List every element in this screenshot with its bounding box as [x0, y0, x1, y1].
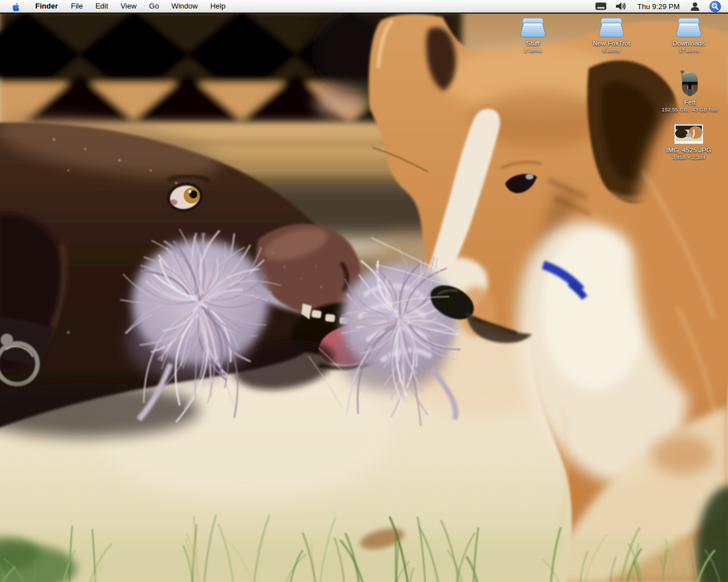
desktop-icon-stuff[interactable]: Stuff 2 items	[498, 15, 568, 53]
desktop-wallpaper	[0, 0, 728, 582]
icon-info: 17 items	[654, 47, 723, 53]
spotlight-icon	[709, 1, 721, 13]
boba-fett-helmet-icon	[655, 69, 725, 97]
menu-item-window[interactable]: Window	[165, 0, 204, 13]
icon-info: 2 items	[498, 47, 568, 53]
folder-icon	[577, 15, 646, 38]
icon-info: 3,456 × 2,304	[654, 154, 723, 160]
icon-info: 152.55 GB, .43 GB free	[655, 106, 725, 113]
icon-label: New FoxTrot	[577, 40, 646, 47]
volume-icon	[616, 1, 627, 11]
app-menu-finder[interactable]: Finder	[28, 0, 65, 13]
icon-info: 5 items	[577, 47, 646, 53]
menu-item-file[interactable]: File	[65, 0, 89, 13]
desktop: Finder File Edit View Go Window Help Thu…	[0, 0, 728, 582]
volume-menu-extra[interactable]	[611, 0, 632, 13]
desktop-icon-new-foxtrot[interactable]: New FoxTrot 5 items	[577, 15, 646, 53]
menu-item-go[interactable]: Go	[143, 0, 165, 13]
folder-icon	[654, 15, 723, 38]
photo-thumbnail-icon	[654, 122, 723, 144]
apple-logo-icon	[12, 2, 20, 11]
menu-item-help[interactable]: Help	[204, 0, 232, 13]
icon-label: IMG_4525.JPG	[654, 147, 723, 154]
displays-menu-extra[interactable]	[590, 0, 611, 13]
desktop-icon-img-4525[interactable]: IMG_4525.JPG 3,456 × 2,304	[654, 122, 723, 160]
folder-icon	[498, 15, 568, 38]
icon-label: Fett	[655, 99, 725, 106]
apple-menu[interactable]	[0, 0, 28, 13]
icon-label: Stuff	[498, 40, 568, 47]
desktop-icon-downloads[interactable]: Downloads 17 items	[654, 15, 723, 53]
spotlight-menu[interactable]	[705, 0, 728, 13]
menu-item-edit[interactable]: Edit	[89, 0, 114, 13]
menu-item-view[interactable]: View	[114, 0, 143, 13]
icon-label: Downloads	[654, 40, 723, 47]
displays-icon	[595, 2, 607, 11]
fast-user-switching-menu[interactable]	[685, 0, 705, 13]
menu-bar-clock[interactable]: Thu 9:29 PM	[632, 2, 685, 11]
menu-bar: Finder File Edit View Go Window Help Thu…	[0, 0, 728, 14]
fast-user-switching-icon	[690, 2, 700, 11]
desktop-icon-fett-volume[interactable]: Fett 152.55 GB, .43 GB free	[655, 69, 725, 113]
